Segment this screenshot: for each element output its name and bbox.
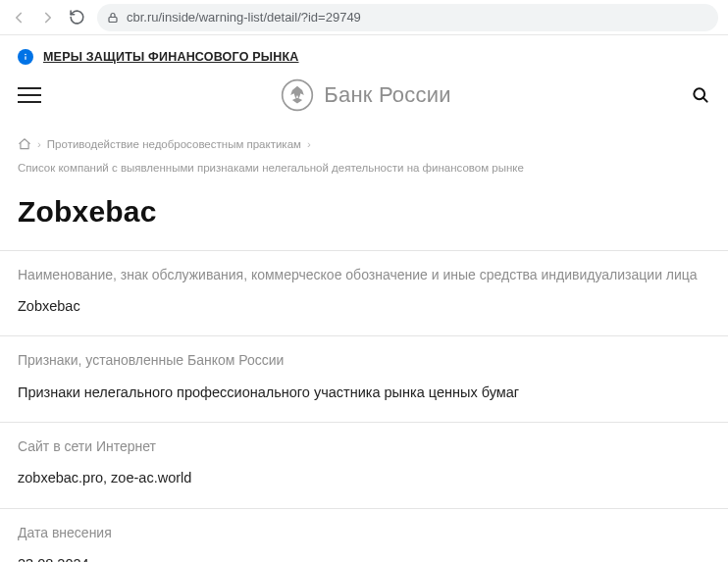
page-title: Zobxebac bbox=[0, 191, 728, 250]
chevron-right-icon: › bbox=[307, 135, 311, 153]
section-date: Дата внесения 23.08.2024 bbox=[0, 508, 728, 562]
eagle-icon bbox=[281, 78, 314, 112]
notice-banner: МЕРЫ ЗАЩИТЫ ФИНАНСОВОГО РЫНКА bbox=[0, 35, 728, 78]
value-site: zobxebac.pro, zoe-ac.world bbox=[18, 468, 710, 487]
section-name: Наименование, знак обслуживания, коммерч… bbox=[0, 250, 728, 336]
menu-button[interactable] bbox=[18, 83, 41, 107]
chevron-right-icon: › bbox=[37, 135, 41, 153]
url-text: cbr.ru/inside/warning-list/detail/?id=29… bbox=[127, 10, 361, 25]
browser-toolbar: cbr.ru/inside/warning-list/detail/?id=29… bbox=[0, 0, 728, 35]
svg-point-1 bbox=[25, 54, 26, 56]
lock-icon bbox=[107, 12, 119, 24]
breadcrumb: › Противодействие недобросовестным практ… bbox=[0, 128, 728, 191]
back-button[interactable] bbox=[10, 9, 27, 26]
brand-logo[interactable]: Банк России bbox=[281, 78, 450, 112]
section-signs: Признаки, установленные Банком России Пр… bbox=[0, 335, 728, 422]
section-site: Сайт в сети Интернет zobxebac.pro, zoe-a… bbox=[0, 422, 728, 508]
address-bar[interactable]: cbr.ru/inside/warning-list/detail/?id=29… bbox=[97, 4, 718, 31]
svg-rect-0 bbox=[109, 17, 117, 22]
breadcrumb-item-2[interactable]: Список компаний с выявленными признаками… bbox=[18, 159, 524, 177]
info-icon bbox=[18, 49, 33, 65]
label-site: Сайт в сети Интернет bbox=[18, 436, 710, 456]
breadcrumb-item-1[interactable]: Противодействие недобросовестным практик… bbox=[47, 135, 301, 153]
label-signs: Признаки, установленные Банком России bbox=[18, 350, 710, 370]
value-name: Zobxebac bbox=[18, 296, 710, 316]
search-icon bbox=[691, 85, 710, 105]
home-icon[interactable] bbox=[18, 137, 31, 151]
svg-rect-2 bbox=[25, 56, 26, 60]
brand-name: Банк России bbox=[324, 82, 450, 108]
value-signs: Признаки нелегального профессионального … bbox=[18, 383, 710, 402]
label-date: Дата внесения bbox=[18, 523, 710, 542]
forward-button[interactable] bbox=[39, 9, 57, 26]
notice-link[interactable]: МЕРЫ ЗАЩИТЫ ФИНАНСОВОГО РЫНКА bbox=[43, 50, 299, 64]
reload-button[interactable] bbox=[69, 9, 85, 26]
label-name: Наименование, знак обслуживания, коммерч… bbox=[18, 265, 710, 284]
site-header: Банк России bbox=[0, 78, 728, 128]
value-date: 23.08.2024 bbox=[18, 554, 710, 562]
search-button[interactable] bbox=[691, 85, 710, 105]
svg-line-5 bbox=[703, 98, 707, 102]
